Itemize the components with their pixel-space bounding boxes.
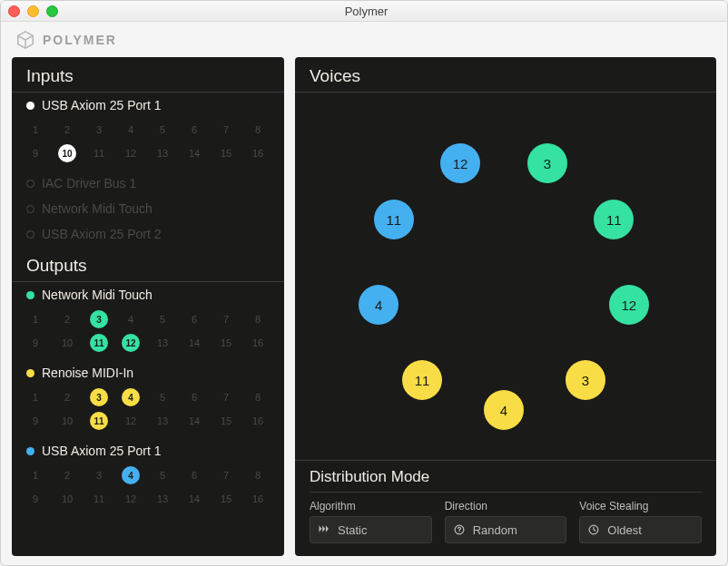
channel-10[interactable]: 10 [53,487,82,511]
channel-14[interactable]: 14 [180,487,209,511]
channel-2[interactable]: 2 [53,118,82,142]
forward-icon [318,523,330,536]
channel-4[interactable]: 4 [116,118,145,142]
channel-15[interactable]: 15 [212,142,241,165]
channel-3[interactable]: 3 [84,307,113,331]
voice-node[interactable]: 11 [374,200,414,239]
channel-2[interactable]: 2 [53,385,82,409]
channel-7[interactable]: 7 [212,307,241,331]
channel-10[interactable]: 10 [53,409,82,433]
channel-16[interactable]: 16 [243,142,272,165]
channel-10[interactable]: 10 [53,142,82,165]
channel-11[interactable]: 11 [84,331,113,355]
channel-14[interactable]: 14 [180,331,209,355]
channel-9[interactable]: 9 [21,142,50,165]
output-port[interactable]: USB Axiom 25 Port 1 [12,438,284,464]
voice-node[interactable]: 11 [402,360,442,400]
channel-7[interactable]: 7 [212,118,241,142]
channel-12[interactable]: 12 [116,331,145,355]
direction-select[interactable]: Random [445,516,567,543]
question-icon [453,523,466,536]
channel-9[interactable]: 9 [21,487,50,511]
channel-5[interactable]: 5 [148,307,177,331]
channel-8[interactable]: 8 [243,118,272,142]
channel-10[interactable]: 10 [53,331,82,355]
channel-8[interactable]: 8 [243,385,272,409]
distribution-mode: Distribution Mode Algorithm Static Direc… [295,460,716,556]
channel-14[interactable]: 14 [180,409,209,433]
channel-3[interactable]: 3 [84,464,113,487]
channel-16[interactable]: 16 [243,409,272,433]
channel-12[interactable]: 12 [116,142,145,165]
channel-4[interactable]: 4 [116,307,145,331]
channel-1[interactable]: 1 [21,118,50,142]
voice-node[interactable]: 4 [359,285,398,325]
channel-11[interactable]: 11 [84,409,113,433]
channel-6[interactable]: 6 [180,385,209,409]
voice-node[interactable]: 3 [566,360,605,400]
output-port[interactable]: Renoise MIDI-In [12,360,284,385]
channel-14[interactable]: 14 [180,142,209,165]
channel-4[interactable]: 4 [116,385,145,409]
channel-1[interactable]: 1 [21,307,50,331]
port-status-icon [26,369,34,377]
channel-6[interactable]: 6 [180,118,209,142]
channel-2[interactable]: 2 [53,464,82,487]
channel-6[interactable]: 6 [180,307,209,331]
channel-5[interactable]: 5 [148,385,177,409]
channel-15[interactable]: 15 [212,487,241,511]
channel-16[interactable]: 16 [243,331,272,355]
channel-7[interactable]: 7 [212,385,241,409]
io-panel: Inputs USB Axiom 25 Port 112345678910111… [12,57,284,556]
channel-4[interactable]: 4 [116,464,145,487]
input-port[interactable]: USB Axiom 25 Port 2 [12,221,284,247]
port-status-icon [26,230,34,239]
toolbar: POLYMER [1,22,727,58]
channel-5[interactable]: 5 [148,464,177,487]
channel-3[interactable]: 3 [84,385,113,409]
channel-2[interactable]: 2 [53,307,82,331]
channel-9[interactable]: 9 [21,331,50,355]
voice-stealing-select[interactable]: Oldest [579,516,702,543]
input-port[interactable]: IAC Driver Bus 1 [12,171,284,196]
channel-12[interactable]: 12 [116,409,145,433]
channel-13[interactable]: 13 [148,487,177,511]
channel-9[interactable]: 9 [21,409,50,433]
voice-stealing-value: Oldest [607,523,642,537]
channel-11[interactable]: 11 [84,487,113,511]
channel-13[interactable]: 13 [148,331,177,355]
app-window: Polymer POLYMER Inputs USB Axiom 25 Port… [0,0,728,566]
channel-1[interactable]: 1 [21,385,50,409]
input-port[interactable]: Network Midi Touch [12,196,284,221]
io-scroll[interactable]: Inputs USB Axiom 25 Port 112345678910111… [12,57,284,556]
channel-3[interactable]: 3 [84,118,113,142]
outputs-heading: Outputs [12,247,284,282]
outputs-list: Network Midi Touch1234567891011121314151… [12,282,284,516]
channel-1[interactable]: 1 [21,464,50,487]
channel-11[interactable]: 11 [84,142,113,165]
app-name: POLYMER [43,33,117,47]
port-status-icon [26,291,34,299]
channel-13[interactable]: 13 [148,409,177,433]
channel-8[interactable]: 8 [243,307,272,331]
voice-node[interactable]: 12 [609,285,649,325]
algorithm-select[interactable]: Static [310,516,432,543]
voice-node[interactable]: 3 [527,143,567,183]
channel-15[interactable]: 15 [212,331,241,355]
channel-8[interactable]: 8 [243,464,272,487]
port-label: Network Midi Touch [42,288,152,302]
channel-7[interactable]: 7 [212,464,241,487]
channel-5[interactable]: 5 [148,118,177,142]
voice-node[interactable]: 4 [484,390,524,430]
voice-node[interactable]: 11 [594,200,634,239]
input-port[interactable]: USB Axiom 25 Port 1 [12,93,284,118]
voice-node[interactable]: 12 [440,143,480,183]
channel-grid: 12345678910111213141516 [12,118,284,171]
channel-13[interactable]: 13 [148,142,177,165]
channel-6[interactable]: 6 [180,464,209,487]
output-port[interactable]: Network Midi Touch [12,282,284,307]
channel-12[interactable]: 12 [116,487,145,511]
channel-16[interactable]: 16 [243,487,272,511]
channel-15[interactable]: 15 [212,409,241,433]
port-status-icon [26,180,34,188]
